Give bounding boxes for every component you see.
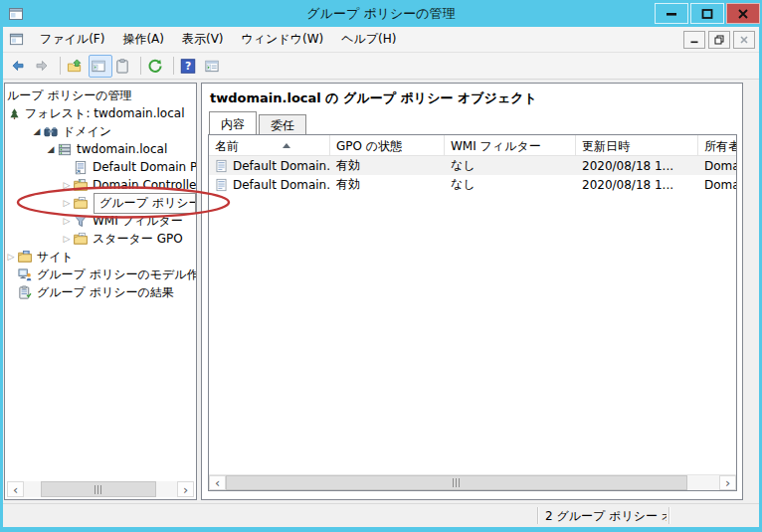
expand-arrow-icon[interactable]: [61, 230, 73, 248]
forest-icon: [8, 106, 21, 121]
thumb-grip-icon: [95, 485, 102, 494]
tab-contents[interactable]: 内容: [209, 111, 257, 134]
expand-arrow-icon[interactable]: [31, 122, 43, 140]
close-icon: [737, 9, 749, 19]
tree-item-starter-gpo[interactable]: スターター GPO: [5, 230, 196, 248]
up-one-level-button[interactable]: [65, 55, 89, 78]
console-tree-panel: ループ ポリシーの管理 フォレスト: twdomain.local ドメイン: [4, 83, 197, 500]
gpo-folder-icon: [73, 196, 89, 211]
tab-strip: 内容 委任: [202, 110, 742, 134]
menu-help[interactable]: ヘルプ(H): [332, 27, 405, 52]
scrollbar-thumb[interactable]: [226, 475, 687, 490]
scroll-right-button[interactable]: [177, 481, 194, 497]
menu-file[interactable]: ファイル(F): [31, 27, 113, 52]
main-area: ループ ポリシーの管理 フォレスト: twdomain.local ドメイン: [3, 81, 759, 503]
scroll-left-button[interactable]: [209, 475, 226, 490]
menu-window[interactable]: ウィンドウ(W): [233, 27, 333, 52]
tree-item-label: グループ ポリシー オブジェクト: [94, 193, 196, 214]
expand-arrow-icon[interactable]: [61, 194, 73, 212]
column-header-owner[interactable]: 所有者: [698, 135, 736, 155]
tree-horizontal-scrollbar[interactable]: [7, 481, 194, 497]
tree-item-sites[interactable]: サイト: [5, 248, 196, 266]
status-bar: 2 グループ ポリシー オブジェ: [3, 503, 759, 527]
expand-arrow-icon[interactable]: [61, 212, 73, 230]
tree-item-default-domain-policy[interactable]: Default Domain Poli: [5, 158, 196, 176]
mdi-close-button[interactable]: [733, 31, 755, 49]
expand-arrow-icon[interactable]: [45, 140, 57, 158]
tree-item-modeling[interactable]: グループ ポリシーのモデル作成: [5, 266, 196, 283]
expand-arrow-icon[interactable]: [5, 248, 17, 266]
gpo-document-icon: [214, 159, 229, 173]
list-header-row: 名前 GPO の状態 WMI フィルター 更新日時 所有者: [209, 135, 736, 156]
owner-cell: Doma: [698, 159, 736, 173]
column-header-gpo-status[interactable]: GPO の状態: [330, 135, 445, 155]
scrollbar-track[interactable]: [24, 481, 177, 497]
content-panel: twdomain.local の グループ ポリシー オブジェクト 内容 委任 …: [201, 83, 743, 500]
close-button[interactable]: [726, 3, 760, 24]
help-icon: ?: [180, 59, 196, 74]
scrollbar-track[interactable]: [226, 475, 719, 490]
scrollbar-thumb[interactable]: [41, 481, 156, 497]
tree-item-forest[interactable]: フォレスト: twdomain.local: [5, 104, 196, 122]
mdi-minimize-icon: [689, 35, 699, 45]
thumb-grip-icon: [453, 478, 461, 487]
status-divider: [668, 507, 669, 524]
back-button[interactable]: [8, 55, 32, 78]
tree: ループ ポリシーの管理 フォレスト: twdomain.local ドメイン: [5, 84, 196, 301]
list-horizontal-scrollbar[interactable]: [209, 474, 736, 490]
help-button[interactable]: ?: [178, 55, 202, 78]
expand-arrow-icon[interactable]: [61, 176, 73, 194]
clipboard-button[interactable]: [112, 55, 136, 78]
owner-cell: Doma: [698, 178, 736, 192]
title-bar[interactable]: グループ ポリシーの管理: [0, 0, 762, 27]
tree-item-label: Default Domain Poli: [93, 160, 197, 174]
mdi-restore-button[interactable]: [708, 31, 730, 49]
tree-item-domain-controllers[interactable]: Domain Controllers: [5, 176, 196, 194]
column-header-modified[interactable]: 更新日時: [576, 135, 698, 155]
toolbar-separator: [60, 57, 61, 75]
maximize-button[interactable]: [690, 3, 724, 24]
tree-item-label: ドメイン: [63, 123, 111, 140]
tree-item-label: ループ ポリシーの管理: [7, 88, 132, 104]
wmi-filter-cell: なし: [445, 157, 576, 174]
tree-item-label: サイト: [37, 249, 74, 266]
app-body: ファイル(F) 操作(A) 表示(V) ウィンドウ(W) ヘルプ(H) ?: [3, 27, 759, 527]
tree-item-wmi-filters[interactable]: WMI フィルター: [5, 212, 196, 230]
clipboard-icon: [114, 59, 130, 74]
minimize-button[interactable]: [655, 3, 688, 24]
starter-gpo-folder-icon: [73, 232, 89, 247]
tree-item-label: スターター GPO: [93, 231, 183, 248]
sites-folder-icon: [17, 250, 33, 265]
table-row[interactable]: Default Domain... 有効 なし 2020/08/18 1... …: [209, 175, 736, 194]
console-tree-icon: [204, 59, 220, 74]
scroll-right-button[interactable]: [719, 475, 736, 490]
mdi-minimize-button[interactable]: [683, 31, 705, 49]
tree-item-root[interactable]: ループ ポリシーの管理: [5, 87, 196, 104]
menu-action[interactable]: 操作(A): [113, 27, 173, 52]
minimize-icon: [666, 9, 677, 19]
tree-item-label: WMI フィルター: [93, 213, 183, 230]
tab-delegation[interactable]: 委任: [259, 114, 306, 134]
menu-bar: ファイル(F) 操作(A) 表示(V) ウィンドウ(W) ヘルプ(H): [3, 27, 759, 53]
column-header-name[interactable]: 名前: [209, 135, 330, 155]
show-console-tree-button[interactable]: [202, 55, 226, 78]
column-header-label: 名前: [215, 139, 239, 153]
console-window-button[interactable]: [89, 55, 112, 78]
tree-item-results[interactable]: グループ ポリシーの結果: [5, 283, 196, 301]
menu-view[interactable]: 表示(V): [173, 27, 233, 52]
wmi-filter-cell: なし: [445, 176, 576, 193]
table-row[interactable]: Default Domain... 有効 なし 2020/08/18 1... …: [209, 156, 736, 175]
gpo-status-cell: 有効: [330, 157, 445, 174]
tree-item-twdomain[interactable]: twdomain.local: [5, 140, 196, 158]
column-header-wmi-filter[interactable]: WMI フィルター: [445, 135, 576, 155]
forward-button[interactable]: [32, 55, 56, 78]
refresh-button[interactable]: [145, 55, 169, 78]
modeling-icon: [17, 267, 33, 282]
gpo-list: 名前 GPO の状態 WMI フィルター 更新日時 所有者 Default Do…: [208, 134, 737, 491]
tree-item-domains[interactable]: ドメイン: [5, 122, 196, 140]
scroll-left-button[interactable]: [7, 481, 24, 497]
tree-item-label: フォレスト: twdomain.local: [25, 105, 185, 122]
tree-item-group-policy-objects[interactable]: グループ ポリシー オブジェクト: [5, 194, 196, 212]
list-empty-area: [209, 194, 736, 474]
tree-item-label: twdomain.local: [77, 142, 167, 156]
